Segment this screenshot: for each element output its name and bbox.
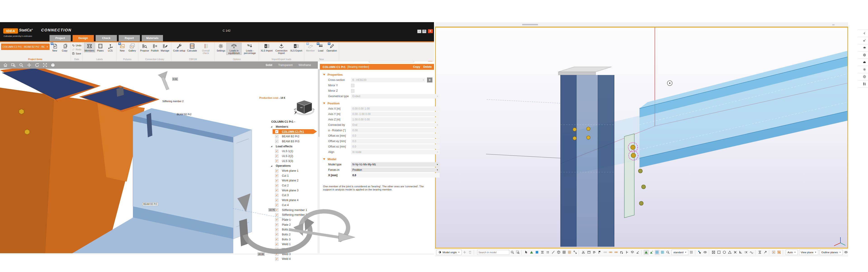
- settings-button[interactable]: Settings: [216, 43, 226, 53]
- new-picture-button[interactable]: + New: [118, 43, 127, 53]
- tab-materials[interactable]: Materials: [142, 35, 163, 41]
- section-model[interactable]: Model: [323, 158, 434, 161]
- checkbox-checked[interactable]: ✔: [275, 252, 278, 256]
- calculate-button[interactable]: Calculate: [186, 43, 198, 53]
- cloud-icon[interactable]: [858, 59, 868, 66]
- model-cube-icon[interactable]: [858, 73, 868, 80]
- tree-item-column-c1[interactable]: ✔COLUMN C1 Pr1: [259, 129, 318, 134]
- x-dots-icon[interactable]: [744, 250, 748, 255]
- align-select[interactable]: In node▼: [351, 150, 440, 154]
- new-project-item-button[interactable]: + New: [50, 43, 59, 53]
- filter-members-dot-icon[interactable]: [649, 250, 654, 255]
- checkbox-checked[interactable]: ✔: [275, 194, 278, 197]
- tree-item-cut-1[interactable]: ✔Cut 1: [259, 173, 318, 178]
- offset-ey-field[interactable]: 0.0: [351, 139, 440, 143]
- home-icon[interactable]: [3, 63, 8, 68]
- zoom-extents-icon[interactable]: [573, 250, 577, 255]
- publish-button[interactable]: Publish: [150, 43, 160, 53]
- grid-icon[interactable]: [562, 250, 566, 255]
- tree-item-plate-1[interactable]: ✔Plate 1: [259, 217, 318, 222]
- pattern-icon[interactable]: [689, 250, 694, 255]
- web-globe-icon[interactable]: [858, 51, 868, 59]
- select-triangle-icon[interactable]: [727, 250, 732, 255]
- code-setup-button[interactable]: Code setup: [173, 43, 186, 53]
- checkbox-checked[interactable]: ✔: [275, 248, 278, 251]
- redo-button[interactable]: Redo: [72, 47, 81, 51]
- save-button[interactable]: Save: [72, 52, 81, 55]
- standard-dropdown[interactable]: standard▼: [672, 250, 688, 255]
- new-operation-button[interactable]: + Operation: [326, 43, 338, 53]
- checkbox-checked[interactable]: ✔: [275, 135, 278, 138]
- flag-icon[interactable]: [597, 250, 602, 255]
- grid-blue-icon[interactable]: [660, 250, 665, 255]
- tree-item-cut-4[interactable]: ✔Cut 4: [259, 203, 318, 208]
- tree-item-uls3[interactable]: ✔ULS 3(3): [259, 159, 318, 164]
- expander-icon[interactable]: ◢: [271, 126, 272, 128]
- tree-item-beam-b3[interactable]: ✔BEAM B3 Pr3: [259, 139, 318, 144]
- mirror-z-checkbox[interactable]: [351, 89, 354, 93]
- checkbox-checked[interactable]: ✔: [275, 179, 278, 182]
- checkbox-checked[interactable]: ✔: [275, 223, 278, 226]
- support-gear-icon[interactable]: [858, 37, 868, 44]
- delete-member-button[interactable]: Delete: [423, 65, 432, 68]
- checkbox-checked[interactable]: ✔: [275, 140, 278, 143]
- x-mm-input[interactable]: 0.0: [351, 173, 440, 177]
- copy-member-button[interactable]: Copy: [413, 65, 420, 68]
- collapse-triangle-icon[interactable]: [323, 74, 325, 75]
- view-plane-dropdown[interactable]: View plane▼: [799, 250, 818, 255]
- mirror-y-checkbox[interactable]: [351, 84, 354, 87]
- member-select-icon[interactable]: [529, 250, 534, 255]
- axis-y-field[interactable]: 0.00 -1.00 0.00: [351, 112, 440, 116]
- gallery-button[interactable]: Gallery: [127, 43, 137, 53]
- project-item-dropdown[interactable]: COLUMN C1 Pr1 - BEAM B2 Pr2 - BE ▼: [1, 44, 50, 50]
- checkbox-checked[interactable]: ✔: [275, 218, 278, 222]
- select-x-icon[interactable]: [733, 250, 738, 255]
- checkbox-checked[interactable]: ✔: [275, 257, 278, 261]
- tree-item-bolts-2[interactable]: ✔Bolts 2: [259, 232, 318, 237]
- auto-dropdown[interactable]: Auto▼: [786, 250, 798, 255]
- checkbox-checked[interactable]: ✔: [275, 233, 278, 236]
- axis-z-field[interactable]: 1.00 0.00 0.00: [351, 117, 440, 122]
- tree-item-bolts-1[interactable]: ✔Bolts 1: [259, 227, 318, 232]
- add-button[interactable]: [463, 250, 467, 255]
- settings-gear-icon[interactable]: [858, 66, 868, 73]
- arrow-ne-icon[interactable]: [763, 250, 768, 255]
- tree-item-work-plane-4[interactable]: ✔Work plane 4: [259, 198, 318, 203]
- scrollbar-thumb[interactable]: [318, 69, 320, 137]
- grid-alt-icon[interactable]: [567, 250, 572, 255]
- select-square-icon[interactable]: [717, 250, 721, 255]
- tree-item-cut-3[interactable]: ✔Cut 3: [259, 193, 318, 198]
- xls-import-button[interactable]: XLS Import: [260, 43, 273, 53]
- line-icon[interactable]: [551, 250, 556, 255]
- right-3d-viewport[interactable]: [435, 27, 848, 248]
- undo-button[interactable]: Undo: [72, 43, 81, 47]
- checkbox-checked[interactable]: ✔: [275, 208, 278, 212]
- collapse-triangle-icon[interactable]: [323, 158, 325, 160]
- orange-square-selected-icon[interactable]: [777, 250, 781, 255]
- tree-item-uls2[interactable]: ✔ULS 2(2): [259, 154, 318, 159]
- tree-item-work-plane-1[interactable]: ✔Work plane 1: [259, 168, 318, 173]
- expander-icon[interactable]: ◢: [271, 165, 272, 167]
- filter-members-icon[interactable]: [644, 250, 648, 255]
- visibility-icon[interactable]: [703, 250, 708, 255]
- pan-icon[interactable]: [27, 63, 32, 68]
- tab-report[interactable]: Report: [119, 35, 140, 41]
- tree-category-operations[interactable]: ◢Operations: [259, 164, 318, 169]
- select-cursor-icon[interactable]: [698, 250, 702, 255]
- tree-item-stiffening-member-2[interactable]: ✔Stiffening member 2: [259, 212, 318, 217]
- tree-item-weld-1[interactable]: ✔Weld 1: [259, 242, 318, 247]
- list-icon[interactable]: [592, 250, 596, 255]
- checkbox-checked[interactable]: ✔: [275, 149, 278, 153]
- joint-orange2-icon[interactable]: [614, 250, 618, 255]
- search-icon[interactable]: [510, 250, 515, 255]
- model-search-input[interactable]: [477, 251, 512, 254]
- plates-labels-toggle[interactable]: Plates: [96, 43, 105, 53]
- checkbox-checked[interactable]: ✔: [275, 169, 278, 173]
- section-properties[interactable]: Properties: [323, 73, 434, 76]
- layers-icon[interactable]: [630, 250, 634, 255]
- hourglass-icon[interactable]: [758, 250, 762, 255]
- overall-check-button[interactable]: Overall check: [198, 43, 213, 55]
- zoom-icon[interactable]: [19, 63, 24, 68]
- offset-ex-field[interactable]: 0.0: [351, 134, 440, 138]
- lcs-toggle[interactable]: LCS: [105, 43, 115, 53]
